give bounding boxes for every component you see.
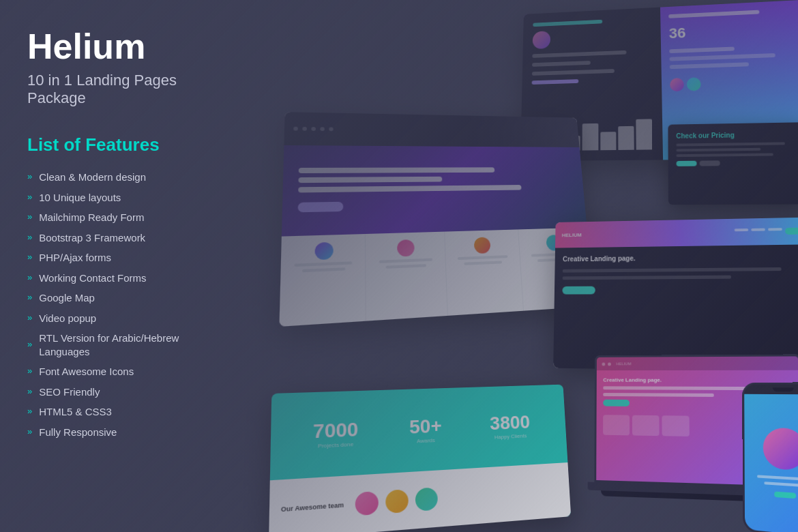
feature-list-item: »PHP/Ajax forms xyxy=(27,251,232,265)
feature-list-item: »Bootstrap 3 Framework xyxy=(27,231,232,245)
arrow-icon: » xyxy=(27,192,32,203)
arrow-icon: » xyxy=(27,232,32,243)
features-heading: List of Features xyxy=(27,134,232,156)
pricing-title: Check our Pricing xyxy=(676,130,797,140)
feature-list-item: »SEO Friendly xyxy=(27,385,232,399)
feature-list-item: »Font Awesome Icons xyxy=(27,365,232,379)
feature-list-item: »Google Map xyxy=(27,291,232,305)
pricing-card: Check our Pricing xyxy=(668,122,798,205)
bottom-teal-card: 7000 Projects done 50+ Awards 3800 Happy… xyxy=(269,385,571,532)
page-subtitle: 10 in 1 Landing Pages Package xyxy=(27,72,232,107)
mid-right-card: HELIUM Creative Landing page. xyxy=(553,218,798,372)
arrow-icon: » xyxy=(27,312,32,324)
stat-3800: 3800 Happy Clients xyxy=(490,411,531,441)
feature-list-item: »RTL Version for Arabic/Hebrew Languages xyxy=(27,331,232,358)
feature-list-item: »Mailchimp Ready Form xyxy=(27,211,232,224)
arrow-icon: » xyxy=(27,406,32,417)
arrow-icon: » xyxy=(27,386,32,398)
feature-list: »Clean & Modern design»10 Unique layouts… xyxy=(27,171,232,439)
mockups-area: 36 Check our Pricing xyxy=(225,0,798,532)
main-landing-card xyxy=(279,112,594,327)
page-title: Helium xyxy=(27,27,232,66)
feature-list-item: »Fully Responsive xyxy=(27,426,232,439)
arrow-icon: » xyxy=(27,339,32,351)
arrow-icon: » xyxy=(27,426,32,438)
stat-7000: 7000 Projects done xyxy=(313,418,359,449)
feature-list-item: »10 Unique layouts xyxy=(27,191,232,205)
feature-list-item: »Working Contact Forms xyxy=(27,271,232,285)
feature-list-item: »Clean & Modern design xyxy=(27,171,232,184)
arrow-icon: » xyxy=(27,366,32,377)
text-content-panel: Helium 10 in 1 Landing Pages Package Lis… xyxy=(27,27,232,445)
stat-50: 50+ Awards xyxy=(409,415,443,444)
arrow-icon: » xyxy=(27,211,32,223)
arrow-icon: » xyxy=(27,252,32,263)
arrow-icon: » xyxy=(27,171,32,183)
phone-mockup xyxy=(742,382,798,532)
arrow-icon: » xyxy=(27,272,32,284)
arrow-icon: » xyxy=(27,292,32,304)
feature-list-item: »Video popup xyxy=(27,312,232,325)
feature-list-item: »HTML5 & CSS3 xyxy=(27,405,232,419)
